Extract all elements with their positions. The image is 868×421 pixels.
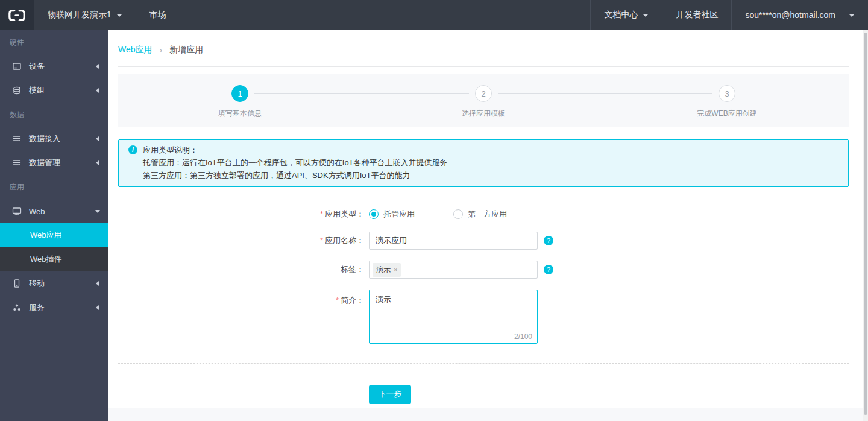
sidebar-section-data: 数据 <box>0 103 108 127</box>
step-3-label: 完成WEB应用创建 <box>697 109 756 119</box>
topbar: 物联网开发演示1 市场 文档中心 开发者社区 sou****on@hotmail… <box>0 0 868 30</box>
nav-docs-label: 文档中心 <box>604 10 638 21</box>
project-switcher[interactable]: 物联网开发演示1 <box>34 0 136 30</box>
tag-remove-icon[interactable]: × <box>394 266 397 273</box>
step-2-label: 选择应用模板 <box>462 109 505 119</box>
app-name-input[interactable] <box>369 232 538 250</box>
breadcrumb-divider <box>118 66 849 67</box>
chevron-down-icon <box>95 210 100 213</box>
sidebar-item-module[interactable]: 模组 <box>0 78 108 103</box>
nav-market[interactable]: 市场 <box>136 0 180 30</box>
footer-strip <box>108 408 863 421</box>
step-1-label: 填写基本信息 <box>218 109 262 119</box>
data-access-icon <box>12 134 22 144</box>
app-name-row: *应用名称： ? <box>118 232 849 250</box>
sidebar-item-web[interactable]: Web <box>0 199 108 223</box>
nav-community-label: 开发者社区 <box>676 10 718 21</box>
topbar-spacer <box>180 0 591 30</box>
sidebar-item-data-access[interactable]: 数据接入 <box>0 127 108 151</box>
main-content: Web应用 › 新增应用 1 填写基本信息 2 选择应用模板 3 完成WEB应用… <box>108 30 863 421</box>
sidebar-item-mobile[interactable]: 移动 <box>0 271 108 296</box>
stepper: 1 填写基本信息 2 选择应用模板 3 完成WEB应用创建 <box>118 74 849 127</box>
step-1: 1 填写基本信息 <box>118 74 362 127</box>
tags-row: 标签： 演示 × ? <box>118 261 849 279</box>
sidebar-section-hardware: 硬件 <box>0 30 108 54</box>
mobile-icon <box>12 279 22 288</box>
sidebar-item-label: Web <box>29 207 45 216</box>
sidebar-subitem-label: Web应用 <box>30 230 62 241</box>
next-step-button[interactable]: 下一步 <box>369 385 411 404</box>
chevron-left-icon <box>96 136 99 141</box>
chevron-left-icon <box>96 88 99 93</box>
required-mark: * <box>320 236 323 245</box>
step-3: 3 完成WEB应用创建 <box>605 74 849 127</box>
button-row: 下一步 <box>118 385 849 404</box>
device-icon <box>12 62 22 71</box>
radio-unselected-icon[interactable] <box>453 209 463 219</box>
step-3-circle: 3 <box>719 85 735 102</box>
sidebar-subitem-label: Web插件 <box>30 254 62 265</box>
sidebar-subitem-web-plugin[interactable]: Web插件 <box>0 247 108 271</box>
radio-hosted-app[interactable]: 托管应用 <box>369 209 415 220</box>
chevron-down-icon <box>116 14 122 17</box>
chevron-left-icon <box>96 305 99 310</box>
nav-community[interactable]: 开发者社区 <box>662 0 731 30</box>
step-1-circle: 1 <box>231 85 248 102</box>
app-type-row: *应用类型： 托管应用 第三方应用 <box>118 207 849 221</box>
data-manage-icon <box>12 158 22 168</box>
app-type-info-box: i 应用类型说明： 托管应用：运行在IoT平台上的一个程序包，可以方便的在IoT… <box>118 139 849 187</box>
web-icon <box>12 206 22 216</box>
breadcrumb-separator-icon: › <box>160 45 163 55</box>
chevron-down-icon <box>643 14 649 17</box>
breadcrumb-web-app-link[interactable]: Web应用 <box>118 45 153 55</box>
sidebar-item-label: 模组 <box>29 85 45 96</box>
intro-label: *简介： <box>118 290 369 307</box>
step-2: 2 选择应用模板 <box>362 74 605 127</box>
sidebar: 硬件 设备 模组 数据 数据接入 数据管理 应用 Web <box>0 30 108 421</box>
alibaba-cloud-logo-icon[interactable] <box>0 0 34 30</box>
intro-textarea[interactable]: 演示 <box>369 290 538 344</box>
char-counter: 2/100 <box>514 332 532 341</box>
help-icon[interactable]: ? <box>544 265 553 274</box>
info-title: 应用类型说明： <box>143 144 198 156</box>
info-line-hosted: 托管应用：运行在IoT平台上的一个程序包，可以方便的在IoT各种平台上嵌入并提供… <box>128 156 838 169</box>
sidebar-item-label: 数据接入 <box>29 133 60 144</box>
intro-row: *简介： 演示 2/100 <box>118 290 849 346</box>
info-line-thirdparty: 第三方应用：第三方独立部署的应用，通过API、SDK方式调用IoT平台的能力 <box>128 169 838 182</box>
info-icon: i <box>128 145 137 154</box>
sidebar-item-data-manage[interactable]: 数据管理 <box>0 151 108 175</box>
scrollbar-track[interactable] <box>863 30 868 421</box>
account-menu[interactable]: sou****on@hotmail.com <box>731 0 868 30</box>
form-dashed-divider <box>118 363 849 364</box>
required-mark: * <box>336 296 339 305</box>
sidebar-item-label: 数据管理 <box>29 157 60 168</box>
breadcrumb: Web应用 › 新增应用 <box>118 30 849 55</box>
sidebar-item-label: 设备 <box>29 61 45 72</box>
sidebar-item-service[interactable]: 服务 <box>0 296 108 320</box>
step-connector <box>254 93 469 94</box>
service-icon <box>12 303 22 312</box>
sidebar-section-application: 应用 <box>0 175 108 199</box>
radio-selected-icon[interactable] <box>369 209 379 219</box>
scrollbar-thumb[interactable] <box>864 33 867 415</box>
step-connector <box>498 93 712 94</box>
intro-textarea-wrap: 演示 2/100 <box>369 290 538 346</box>
radio-thirdparty-app-label: 第三方应用 <box>468 209 507 220</box>
nav-market-label: 市场 <box>149 10 166 21</box>
sidebar-subitem-web-app[interactable]: Web应用 <box>0 223 108 247</box>
project-switcher-label: 物联网开发演示1 <box>48 10 112 21</box>
sidebar-item-label: 服务 <box>29 302 45 313</box>
tag-chip-label: 演示 <box>376 265 391 275</box>
help-icon[interactable]: ? <box>544 236 553 245</box>
nav-docs[interactable]: 文档中心 <box>590 0 662 30</box>
app-name-label: *应用名称： <box>118 234 369 247</box>
step-2-circle: 2 <box>475 85 492 102</box>
new-app-form: *应用类型： 托管应用 第三方应用 *应用名称： ? 标签： 演示 <box>118 207 849 404</box>
tags-input[interactable]: 演示 × <box>369 261 538 279</box>
radio-thirdparty-app[interactable]: 第三方应用 <box>453 209 507 220</box>
tag-chip: 演示 × <box>373 263 401 277</box>
chevron-down-icon <box>849 14 855 17</box>
sidebar-item-device[interactable]: 设备 <box>0 54 108 78</box>
sidebar-item-label: 移动 <box>29 278 45 289</box>
required-mark: * <box>320 210 323 218</box>
